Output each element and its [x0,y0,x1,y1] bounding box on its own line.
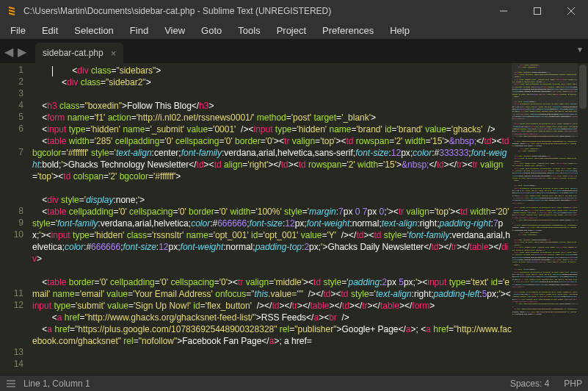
editor-area: 1 2 3 4 5 6 7 8 9 10 11 12 13 14 <div cl… [0,63,588,375]
gutter-line: 4 [0,100,29,112]
minimap[interactable]: <div class="sidebars"> <div class="sideb… [512,63,578,375]
menu-view[interactable]: View [157,24,192,37]
gutter-line: 10 [0,229,29,288]
tab-close-icon[interactable]: × [111,48,117,59]
gutter-line: 9 [0,218,29,229]
window-title: C:\Users\Martin\Documents\sidebar-cat.ph… [23,6,331,16]
gutter-line: 3 [0,88,29,100]
gutter-line: 8 [0,206,29,218]
gutter-line: 2 [0,76,29,88]
maximize-button[interactable] [520,0,554,22]
scrollbar[interactable] [578,63,588,375]
svg-rect-0 [534,8,541,15]
tab-nav-forward-icon[interactable]: ▶ [16,45,28,59]
menu-goto[interactable]: Goto [194,24,229,37]
status-spaces[interactable]: Spaces: 4 [510,379,549,389]
tab-row: ◀ ▶ sidebar-cat.php × ▼ [0,40,588,63]
code-editor[interactable]: <div class="sidebars"> <div class="sideb… [29,63,512,375]
gutter-line: 7 [0,147,29,206]
app-logo-icon [6,5,18,17]
statusbar: Line 1, Column 1 Spaces: 4 PHP [0,375,588,391]
menu-selection[interactable]: Selection [67,24,120,37]
tab-dropdown-icon[interactable]: ▼ [576,46,584,54]
tab-label: sidebar-cat.php [43,48,104,58]
tab-sidebar-cat[interactable]: sidebar-cat.php × [35,43,123,63]
gutter: 1 2 3 4 5 6 7 8 9 10 11 12 13 14 [0,63,29,375]
menubar: File Edit Selection Find View Goto Tools… [0,22,588,40]
menu-edit[interactable]: Edit [35,24,65,37]
titlebar: C:\Users\Martin\Documents\sidebar-cat.ph… [0,0,588,22]
gutter-line: 12 [0,300,29,347]
menu-preferences[interactable]: Preferences [315,24,381,37]
menu-file[interactable]: File [3,24,33,37]
status-lang[interactable]: PHP [564,379,582,389]
minimize-button[interactable] [487,0,520,22]
tab-nav-back-icon[interactable]: ◀ [3,45,15,59]
gutter-line: 11 [0,288,29,300]
gutter-line: 1 [0,65,29,76]
gutter-line: 6 [0,123,29,147]
status-line-col[interactable]: Line 1, Column 1 [23,379,90,389]
gutter-line: 5 [0,112,29,123]
menu-project[interactable]: Project [269,24,313,37]
menu-tools[interactable]: Tools [231,24,267,37]
scrollbar-thumb[interactable] [579,65,587,109]
menu-find[interactable]: Find [123,24,156,37]
gutter-line: 13 [0,347,29,359]
menu-help[interactable]: Help [382,24,417,37]
close-button[interactable] [554,0,588,22]
status-menu-icon[interactable] [6,379,16,389]
